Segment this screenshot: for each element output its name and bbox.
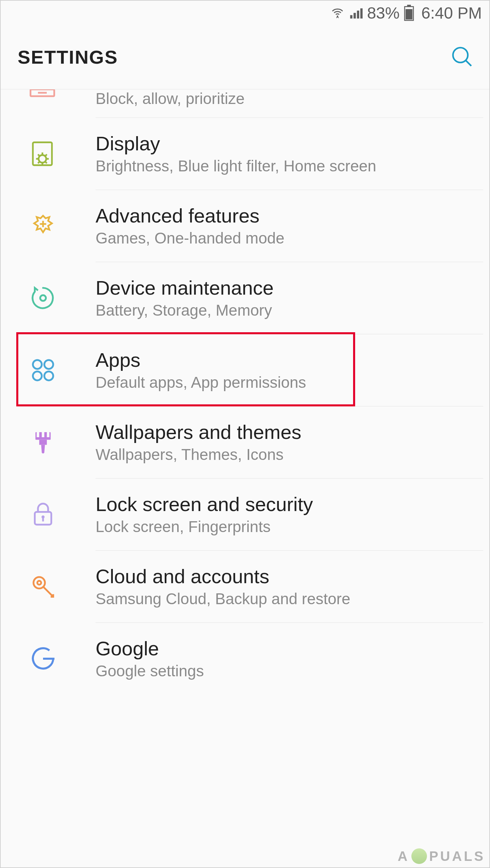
settings-item-title: Cloud and accounts — [96, 565, 350, 588]
svg-point-26 — [44, 360, 53, 369]
watermark-text-puals: PUALS — [429, 849, 485, 864]
settings-item-subtitle: Lock screen, Fingerprints — [96, 517, 313, 536]
svg-rect-7 — [406, 9, 412, 19]
svg-line-9 — [466, 60, 471, 66]
settings-item-title: Google — [96, 637, 204, 660]
search-button[interactable] — [450, 45, 474, 70]
settings-item-subtitle: Battery, Storage, Memory — [96, 301, 274, 319]
settings-item-title: Display — [96, 132, 376, 155]
watermark-text-a: A — [398, 849, 410, 864]
settings-item-cloud-accounts[interactable]: Cloud and accounts Samsung Cloud, Backup… — [1, 551, 489, 623]
settings-item-lock-screen-security[interactable]: Lock screen and security Lock screen, Fi… — [1, 479, 489, 551]
watermark: A PUALS — [398, 848, 485, 864]
settings-item-title: Wallpapers and themes — [96, 421, 301, 443]
settings-item-subtitle: Samsung Cloud, Backup and restore — [96, 590, 350, 608]
svg-rect-1 — [350, 15, 352, 19]
signal-icon — [349, 6, 363, 20]
header-bar: SETTINGS — [1, 25, 489, 89]
settings-item-google[interactable]: Google Google settings — [1, 623, 489, 695]
device-maintenance-icon — [28, 283, 58, 313]
settings-item-subtitle: Block, allow, prioritize — [96, 89, 245, 108]
svg-line-21 — [38, 162, 39, 163]
svg-point-38 — [37, 581, 41, 585]
google-icon — [28, 643, 58, 674]
display-icon — [28, 139, 58, 169]
battery-icon — [404, 5, 414, 21]
advanced-features-icon — [28, 211, 58, 241]
svg-line-19 — [46, 162, 47, 163]
clock-time: 6:40 PM — [421, 4, 482, 22]
settings-item-wallpapers-themes[interactable]: Wallpapers and themes Wallpapers, Themes… — [1, 406, 489, 479]
settings-item-subtitle: Games, One-handed mode — [96, 229, 284, 247]
wallpapers-themes-icon — [28, 427, 58, 458]
svg-point-8 — [453, 47, 468, 62]
settings-item-title: Apps — [96, 348, 306, 371]
watermark-dot-icon — [411, 848, 427, 864]
settings-item-device-maintenance[interactable]: Device maintenance Battery, Storage, Mem… — [1, 262, 489, 334]
settings-item-subtitle: Default apps, App permissions — [96, 373, 306, 391]
lock-icon — [28, 499, 58, 530]
svg-rect-30 — [37, 432, 39, 437]
svg-rect-4 — [360, 8, 363, 19]
apps-icon — [28, 355, 58, 385]
svg-rect-31 — [42, 432, 44, 437]
settings-list: Block, allow, prioritize — [1, 89, 489, 695]
settings-item-display[interactable]: Display Brightness, Blue light filter, H… — [1, 118, 489, 190]
settings-item-subtitle: Google settings — [96, 662, 204, 680]
settings-item-subtitle: Brightness, Blue light filter, Home scre… — [96, 157, 376, 175]
svg-rect-2 — [353, 13, 356, 19]
settings-item-advanced-features[interactable]: Advanced features Games, One-handed mode — [1, 190, 489, 262]
wifi-icon — [330, 6, 345, 20]
svg-line-20 — [46, 154, 47, 155]
svg-rect-3 — [357, 10, 359, 18]
svg-rect-32 — [47, 432, 49, 437]
cloud-accounts-icon — [28, 571, 58, 602]
page-title: SETTINGS — [18, 46, 118, 68]
svg-point-13 — [39, 155, 46, 163]
svg-rect-33 — [39, 440, 47, 445]
settings-item-notifications[interactable]: Block, allow, prioritize — [1, 89, 489, 118]
settings-item-title: Advanced features — [96, 204, 284, 227]
settings-item-apps[interactable]: Apps Default apps, App permissions — [1, 334, 489, 406]
svg-point-35 — [42, 515, 45, 518]
app-frame: 83% 6:40 PM SETTINGS — [0, 0, 490, 868]
status-bar: 83% 6:40 PM — [1, 1, 489, 25]
svg-point-28 — [44, 371, 53, 380]
svg-point-27 — [33, 371, 42, 380]
svg-point-25 — [33, 360, 42, 369]
svg-point-24 — [40, 295, 46, 301]
svg-line-18 — [38, 154, 39, 155]
notifications-icon — [28, 89, 58, 100]
settings-item-title: Lock screen and security — [96, 493, 313, 515]
settings-item-subtitle: Wallpapers, Themes, Icons — [96, 445, 301, 464]
battery-percent: 83% — [367, 4, 400, 22]
settings-item-title: Device maintenance — [96, 276, 274, 299]
